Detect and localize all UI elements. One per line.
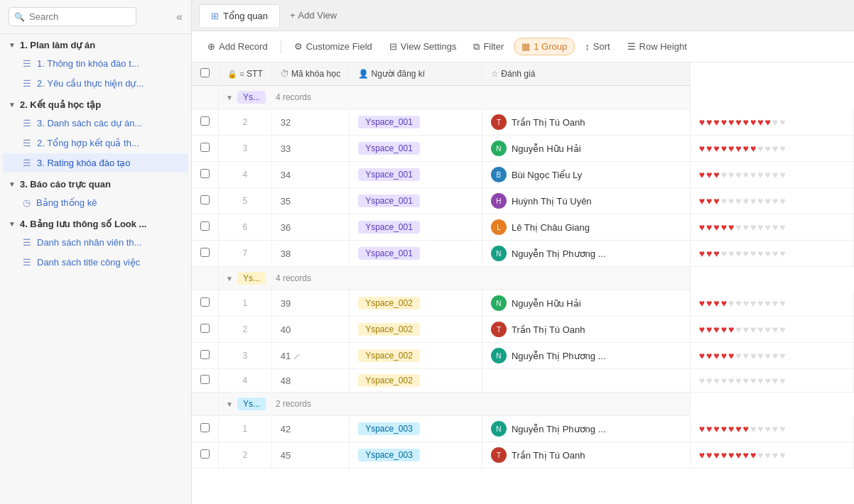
row-checkbox[interactable] bbox=[200, 248, 210, 257]
sidebar-item-item1[interactable]: ☰1. Thông tin khóa đào t... bbox=[3, 54, 188, 73]
divider bbox=[281, 40, 281, 54]
item-icon: ☰ bbox=[23, 118, 31, 128]
sidebar-item-item2[interactable]: ☰2. Yêu cầu thực hiện dự... bbox=[3, 74, 188, 93]
sidebar-item-item5[interactable]: ☰3. Rating khóa đào tạo bbox=[3, 153, 188, 172]
heart-filled: ♥ bbox=[721, 116, 727, 128]
row-checkbox[interactable] bbox=[200, 423, 210, 432]
row-checkbox[interactable] bbox=[200, 116, 210, 126]
filter-button[interactable]: ⧉ Filter bbox=[466, 38, 511, 56]
group-badge-label: Ys... bbox=[237, 91, 266, 104]
row-check bbox=[192, 369, 219, 393]
sidebar-group-group4[interactable]: ▼4. Bảng lưu thông số Look ... bbox=[0, 213, 191, 232]
tab-tab1[interactable]: ⊞Tổng quan bbox=[199, 4, 280, 27]
record-count: 4 records bbox=[276, 273, 311, 283]
heart-empty: ♥ bbox=[713, 375, 719, 386]
heart-filled: ♥ bbox=[721, 143, 727, 154]
group-button[interactable]: ▦ 1 Group bbox=[514, 38, 575, 55]
user-cell: N Nguyễn Hữu Hải bbox=[491, 295, 681, 311]
heart-filled: ♥ bbox=[706, 423, 712, 434]
row-check bbox=[192, 416, 219, 442]
sidebar-item-item6[interactable]: ◷Bảng thống kê bbox=[3, 193, 188, 212]
add-record-button[interactable]: ⊕ Add Record bbox=[200, 38, 275, 55]
sidebar-item-label: Danh sách title công việc bbox=[37, 257, 140, 268]
row-checkbox[interactable] bbox=[200, 297, 210, 307]
heart-empty: ♥ bbox=[779, 350, 785, 361]
heart-empty: ♥ bbox=[772, 423, 778, 434]
sidebar-item-item8[interactable]: ☰Danh sách title công việc bbox=[3, 253, 188, 272]
customize-field-button[interactable]: ⚙ Customize Field bbox=[287, 38, 379, 55]
sidebar-nav: ▼1. Plan làm dự án☰1. Thông tin khóa đào… bbox=[0, 34, 191, 273]
heart-filled: ♥ bbox=[750, 143, 756, 154]
item-icon: ☰ bbox=[23, 237, 31, 248]
heart-empty: ♥ bbox=[735, 169, 741, 180]
sidebar-group-group1[interactable]: ▼1. Plan làm dự án bbox=[0, 34, 191, 53]
heart-filled: ♥ bbox=[713, 248, 719, 259]
heart-empty: ♥ bbox=[750, 350, 756, 361]
group-check bbox=[192, 267, 219, 290]
heart-filled: ♥ bbox=[721, 350, 727, 361]
row-checkbox[interactable] bbox=[200, 375, 210, 384]
select-all-checkbox[interactable] bbox=[200, 68, 210, 77]
course-cell: Yspace_002 bbox=[350, 343, 482, 369]
row-stt: 42 bbox=[271, 416, 349, 442]
sidebar-group-group3[interactable]: ▼3. Báo cáo trực quan bbox=[0, 173, 191, 192]
search-input[interactable] bbox=[9, 7, 136, 26]
row-number: 5 bbox=[219, 188, 272, 214]
avatar: T bbox=[491, 322, 507, 337]
heart-filled: ♥ bbox=[706, 195, 712, 207]
course-cell: Yspace_002 bbox=[350, 369, 482, 393]
group-arrow-icon[interactable]: ▼ bbox=[226, 275, 233, 283]
item-icon: ☰ bbox=[23, 138, 31, 148]
sort-button[interactable]: ↕ Sort bbox=[578, 38, 617, 55]
row-checkbox[interactable] bbox=[200, 195, 210, 204]
row-stt: 39 bbox=[271, 290, 349, 317]
heart-filled: ♥ bbox=[721, 449, 727, 461]
user-cell-container: H Huỳnh Thị Tú Uyên bbox=[482, 188, 690, 214]
heart-empty: ♥ bbox=[728, 195, 734, 207]
heart-empty: ♥ bbox=[743, 169, 749, 180]
user-cell-container: N Nguyễn Thị Phương ... bbox=[482, 343, 690, 369]
heart-empty: ♥ bbox=[750, 375, 756, 386]
row-number: 1 bbox=[219, 416, 272, 442]
heart-empty: ♥ bbox=[728, 169, 734, 180]
row-number: 2 bbox=[219, 442, 272, 469]
heart-empty: ♥ bbox=[772, 350, 778, 361]
rating-cell: ♥♥♥♥♥♥♥♥♥♥♥♥ bbox=[690, 343, 853, 369]
course-badge: Yspace_003 bbox=[358, 449, 420, 461]
table-row: 2 40 Yspace_002 T Trần Thị Tú Oanh ♥♥♥♥♥… bbox=[192, 317, 854, 343]
sidebar-item-label: 2. Yêu cầu thực hiện dự... bbox=[37, 78, 144, 89]
row-checkbox[interactable] bbox=[200, 169, 210, 178]
heart-empty: ♥ bbox=[765, 423, 771, 434]
row-check bbox=[192, 317, 219, 343]
user-name: Nguyễn Thị Phương ... bbox=[512, 248, 606, 259]
row-checkbox[interactable] bbox=[200, 143, 210, 152]
sidebar-group-group2[interactable]: ▼2. Kết quả học tập bbox=[0, 94, 191, 113]
row-check bbox=[192, 442, 219, 469]
expand-icon[interactable]: ⤢ bbox=[293, 352, 300, 361]
col-nguoi-dang-ki: 👤 Người đăng kí bbox=[350, 62, 482, 86]
heart-empty: ♥ bbox=[750, 221, 756, 233]
sidebar-item-item4[interactable]: ☰2. Tổng hợp kết quả th... bbox=[3, 133, 188, 153]
add-view-button[interactable]: +Add View bbox=[281, 4, 345, 26]
heart-empty: ♥ bbox=[779, 116, 785, 128]
collapse-button[interactable]: « bbox=[176, 11, 183, 23]
add-view-icon: + bbox=[290, 10, 296, 21]
group-arrow-icon[interactable]: ▼ bbox=[226, 400, 233, 408]
group-arrow-icon[interactable]: ▼ bbox=[226, 94, 233, 102]
course-badge: Yspace_002 bbox=[358, 297, 420, 309]
row-checkbox[interactable] bbox=[200, 449, 210, 459]
table-container: 🔒 ≡ STT ⏱ Mã khóa học 👤 Người đăng kí ☆ bbox=[192, 62, 854, 504]
view-settings-button[interactable]: ⊟ View Settings bbox=[382, 38, 464, 55]
sidebar-item-item7[interactable]: ☰Danh sách nhân viên th... bbox=[3, 233, 188, 252]
course-badge: Yspace_001 bbox=[358, 195, 420, 207]
row-stt: 33 bbox=[271, 136, 349, 162]
heart-filled: ♥ bbox=[699, 195, 705, 207]
sidebar-item-item3[interactable]: ☰3. Danh sách các dự án... bbox=[3, 114, 188, 133]
row-checkbox[interactable] bbox=[200, 221, 210, 231]
row-height-button[interactable]: ☰ Row Height bbox=[620, 38, 694, 55]
rating-cell: ♥♥♥♥♥♥♥♥♥♥♥♥ bbox=[690, 214, 853, 241]
row-checkbox[interactable] bbox=[200, 324, 210, 333]
heart-filled: ♥ bbox=[728, 143, 734, 154]
row-checkbox[interactable] bbox=[200, 350, 210, 359]
heart-empty: ♥ bbox=[757, 143, 763, 154]
